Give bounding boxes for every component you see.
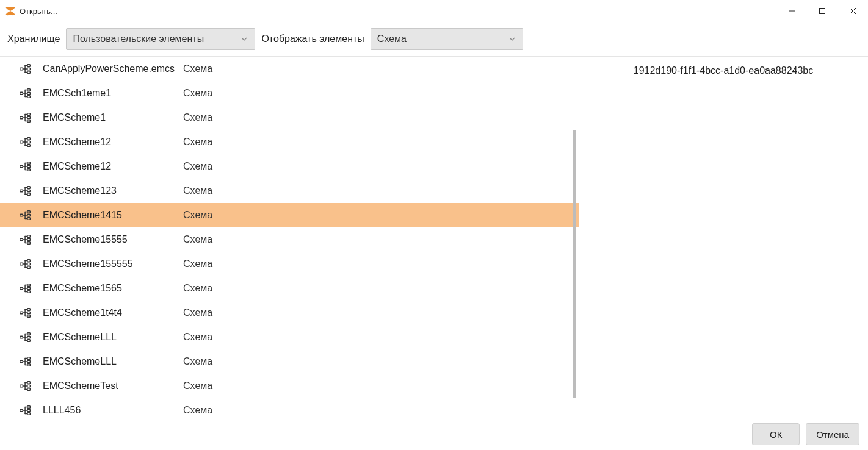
svg-rect-128 bbox=[27, 385, 31, 387]
scheme-icon bbox=[18, 159, 33, 174]
list-item[interactable]: EMCSch1eme1Схема bbox=[0, 81, 579, 105]
list-item[interactable]: EMCScheme1565Схема bbox=[0, 276, 579, 301]
scheme-icon bbox=[18, 354, 33, 369]
list-item-type: Схема bbox=[183, 88, 212, 99]
svg-rect-28 bbox=[27, 113, 31, 116]
display-dropdown-value: Схема bbox=[377, 34, 407, 45]
item-list[interactable]: CanApplyPowerScheme.emcsСхема EMCSch1eme… bbox=[0, 57, 579, 418]
list-item-type: Схема bbox=[183, 356, 212, 367]
svg-rect-84 bbox=[27, 266, 31, 269]
window-controls bbox=[776, 0, 868, 22]
minimize-button[interactable] bbox=[776, 0, 807, 22]
list-item-name: EMCScheme1 bbox=[33, 112, 183, 123]
scheme-icon bbox=[18, 232, 33, 247]
list-item[interactable]: EMCScheme15555Схема bbox=[0, 227, 579, 252]
list-item-name: EMCScheme1t4t4 bbox=[33, 307, 183, 318]
list-item-type: Схема bbox=[183, 332, 212, 343]
storage-label: Хранилище bbox=[7, 34, 60, 45]
svg-rect-111 bbox=[27, 340, 31, 342]
scheme-icon bbox=[18, 184, 33, 198]
list-item-name: EMCSchemeLLL bbox=[33, 332, 183, 343]
list-item-type: Схема bbox=[183, 259, 212, 270]
svg-rect-127 bbox=[27, 382, 31, 384]
svg-rect-12 bbox=[27, 71, 31, 74]
svg-rect-129 bbox=[27, 388, 31, 391]
svg-rect-91 bbox=[27, 284, 31, 287]
list-item[interactable]: EMCScheme123Схема bbox=[0, 179, 579, 203]
list-item-name: EMCScheme1565 bbox=[33, 283, 183, 294]
list-item[interactable]: EMCScheme1Схема bbox=[0, 105, 579, 130]
storage-dropdown[interactable]: Пользовательские элементы bbox=[66, 28, 255, 50]
list-item-type: Схема bbox=[183, 234, 212, 245]
list-item[interactable]: EMCScheme155555Схема bbox=[0, 252, 579, 276]
scheme-icon bbox=[18, 62, 33, 76]
svg-rect-38 bbox=[27, 141, 31, 143]
list-item-type: Схема bbox=[183, 210, 212, 221]
scheme-icon bbox=[18, 208, 33, 223]
list-item[interactable]: CanApplyPowerScheme.emcsСхема bbox=[0, 57, 579, 81]
scheme-icon bbox=[18, 403, 33, 418]
storage-dropdown-value: Пользовательские элементы bbox=[73, 34, 204, 45]
list-item-name: EMCScheme1415 bbox=[33, 210, 183, 221]
list-item-type: Схема bbox=[183, 185, 212, 196]
svg-rect-65 bbox=[27, 214, 31, 216]
scheme-icon bbox=[18, 86, 33, 101]
svg-rect-66 bbox=[27, 218, 31, 220]
list-item[interactable]: EMCScheme12Схема bbox=[0, 154, 579, 179]
list-item-type: Схема bbox=[183, 137, 212, 148]
list-item-type: Схема bbox=[183, 283, 212, 294]
display-label: Отображать элементы bbox=[261, 34, 364, 45]
list-item-type: Схема bbox=[183, 63, 212, 74]
svg-rect-37 bbox=[27, 138, 31, 140]
list-item-name: LLLL456 bbox=[33, 405, 183, 416]
svg-rect-21 bbox=[27, 96, 31, 98]
scheme-icon bbox=[18, 305, 33, 320]
titlebar: Открыть... bbox=[0, 0, 868, 22]
svg-rect-100 bbox=[27, 309, 31, 311]
list-item-type: Схема bbox=[183, 307, 212, 318]
item-list-wrap: CanApplyPowerScheme.emcsСхема EMCSch1eme… bbox=[0, 57, 579, 418]
list-item-name: EMCScheme15555 bbox=[33, 234, 183, 245]
svg-rect-39 bbox=[27, 145, 31, 147]
svg-rect-29 bbox=[27, 116, 31, 119]
svg-rect-82 bbox=[27, 260, 31, 262]
list-item-name: EMCSch1eme1 bbox=[33, 88, 183, 99]
svg-rect-118 bbox=[27, 357, 31, 360]
close-button[interactable] bbox=[837, 0, 868, 22]
chevron-down-icon bbox=[508, 35, 516, 43]
list-item[interactable]: EMCSchemeTestСхема bbox=[0, 374, 579, 398]
svg-rect-47 bbox=[27, 165, 31, 168]
cancel-button[interactable]: Отмена bbox=[806, 423, 859, 445]
svg-rect-73 bbox=[27, 235, 31, 238]
scheme-icon bbox=[18, 379, 33, 393]
svg-rect-120 bbox=[27, 364, 31, 366]
list-item[interactable]: LLLL456Схема bbox=[0, 398, 579, 418]
chevron-down-icon bbox=[240, 35, 248, 43]
svg-rect-74 bbox=[27, 238, 31, 241]
svg-rect-30 bbox=[27, 120, 31, 123]
display-dropdown[interactable]: Схема bbox=[371, 28, 523, 50]
list-item[interactable]: EMCScheme12Схема bbox=[0, 130, 579, 154]
svg-rect-109 bbox=[27, 333, 31, 335]
main-area: CanApplyPowerScheme.emcsСхема EMCSch1eme… bbox=[0, 56, 868, 418]
list-item-name: EMCScheme123 bbox=[33, 185, 183, 196]
list-item-type: Схема bbox=[183, 112, 212, 123]
svg-rect-136 bbox=[27, 406, 31, 409]
list-item[interactable]: EMCScheme1t4t4Схема bbox=[0, 301, 579, 325]
titlebar-left: Открыть... bbox=[5, 5, 57, 16]
scheme-icon bbox=[18, 281, 33, 296]
ok-button[interactable]: ОК bbox=[752, 423, 800, 445]
svg-rect-102 bbox=[27, 315, 31, 318]
preview-id-text: 1912d190-f1f1-4bcc-a1d0-ea0aa88243bc bbox=[591, 65, 856, 76]
window-title: Открыть... bbox=[20, 7, 57, 16]
maximize-button[interactable] bbox=[807, 0, 837, 22]
list-item[interactable]: EMCScheme1415Схема bbox=[0, 203, 579, 227]
svg-rect-20 bbox=[27, 92, 31, 95]
toolbar: Хранилище Пользовательские элементы Отоб… bbox=[0, 22, 868, 56]
scrollbar-thumb[interactable] bbox=[573, 130, 576, 398]
list-item-name: EMCSchemeTest bbox=[33, 380, 183, 391]
svg-rect-64 bbox=[27, 211, 31, 213]
list-item[interactable]: EMCSchemeLLLСхема bbox=[0, 349, 579, 374]
list-item[interactable]: EMCSchemeLLLСхема bbox=[0, 325, 579, 349]
list-item-type: Схема bbox=[183, 161, 212, 172]
